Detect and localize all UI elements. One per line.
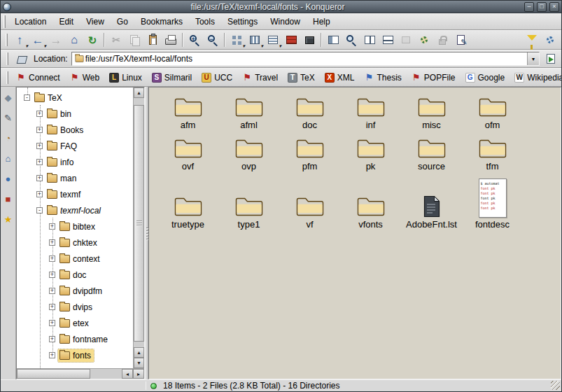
- bookmark-google[interactable]: GGoogle: [461, 71, 510, 84]
- expand-expander[interactable]: +: [36, 143, 43, 149]
- paste-button[interactable]: [143, 31, 162, 49]
- location-input[interactable]: [85, 53, 527, 64]
- up-button[interactable]: ↑▾: [10, 31, 29, 49]
- tree-item-bibtex[interactable]: +bibtex: [17, 218, 133, 234]
- toolbar-handle[interactable]: [6, 34, 8, 46]
- menubar-handle[interactable]: [3, 15, 6, 28]
- tree-item-books[interactable]: +Books: [17, 122, 133, 138]
- scroll-up-button[interactable]: ▴: [134, 88, 144, 98]
- expand-expander[interactable]: +: [49, 352, 55, 358]
- expand-expander[interactable]: +: [49, 288, 55, 294]
- bookmark-tex[interactable]: TTeX: [283, 71, 320, 84]
- tree-item-tex[interactable]: -TeX: [17, 90, 133, 106]
- bookmark-connect[interactable]: ⚑Connect: [11, 71, 65, 84]
- maximize-button[interactable]: □: [537, 2, 547, 12]
- folder-icon-view[interactable]: afm afml doc inf misc ofm ovf ovp pfm pk…: [148, 87, 561, 379]
- expand-expander[interactable]: +: [49, 255, 55, 262]
- expand-expander[interactable]: +: [49, 336, 55, 342]
- forward-button[interactable]: →: [47, 31, 65, 49]
- expand-expander[interactable]: +: [36, 111, 43, 117]
- menu-settings[interactable]: Settings: [221, 15, 264, 29]
- locationbar-handle[interactable]: [6, 52, 8, 65]
- menu-go[interactable]: Go: [111, 15, 134, 29]
- tree-item-fontname[interactable]: +fontname: [17, 331, 133, 347]
- scrollbar-thumb[interactable]: [17, 369, 90, 379]
- sidebar-tab-history[interactable]: ◔: [2, 132, 15, 144]
- cut-button[interactable]: ✂: [107, 31, 125, 49]
- tree-item-etex[interactable]: +etex: [17, 315, 133, 331]
- expand-expander[interactable]: +: [36, 191, 43, 197]
- filter-button[interactable]: [523, 31, 541, 49]
- expand-expander[interactable]: +: [49, 320, 55, 326]
- tree-item-context[interactable]: +context: [17, 251, 133, 267]
- menu-help[interactable]: Help: [307, 15, 337, 29]
- tree-item-dvipdfm[interactable]: +dvipdfm: [17, 283, 133, 299]
- close-button[interactable]: ×: [549, 2, 559, 12]
- titlebar[interactable]: file:/usr/TeX/texmf-local/fonts - Konque…: [1, 1, 561, 13]
- bookmark-linux[interactable]: LLinux: [104, 71, 147, 84]
- split-view-left-right-button[interactable]: [360, 31, 379, 49]
- sidebar-tab-network[interactable]: ●: [2, 172, 15, 185]
- collapse-expander[interactable]: -: [36, 207, 43, 214]
- collapse-expander[interactable]: -: [24, 94, 30, 101]
- tree-item-faq[interactable]: +FAQ: [17, 138, 133, 154]
- scroll-down-button[interactable]: ▾: [134, 358, 144, 368]
- expand-expander[interactable]: +: [36, 175, 43, 181]
- close-view-button[interactable]: [397, 31, 415, 49]
- expand-expander[interactable]: +: [49, 304, 55, 310]
- bookmark-travel[interactable]: ⚑Travel: [237, 71, 283, 84]
- sidebar-tab-tools[interactable]: ◆: [2, 91, 15, 104]
- zoom-out-button[interactable]: −: [204, 31, 222, 49]
- sidebar-tab-home[interactable]: ⌂: [2, 152, 15, 164]
- menu-window[interactable]: Window: [264, 15, 307, 29]
- split-view-top-bottom-button[interactable]: [379, 31, 397, 49]
- file-item-misc[interactable]: misc: [401, 94, 462, 130]
- file-item-adobefnt[interactable]: AdobeFnt.lst: [401, 195, 462, 230]
- sidebar-tab-annotate[interactable]: ✎: [2, 111, 15, 124]
- menu-location[interactable]: Location: [8, 15, 52, 29]
- home-button[interactable]: ⌂: [65, 31, 83, 49]
- file-item-truetype[interactable]: truetype: [157, 194, 218, 230]
- scroll-right-button[interactable]: ▸: [133, 369, 144, 379]
- file-item-ovp[interactable]: ovp: [218, 136, 279, 172]
- find-file-button[interactable]: [342, 31, 360, 49]
- menu-edit[interactable]: Edit: [52, 15, 80, 29]
- file-item-afm[interactable]: afm: [157, 94, 218, 130]
- copy-button[interactable]: [125, 31, 143, 49]
- scrollbar-track[interactable]: [17, 369, 122, 379]
- tree-horizontal-scrollbar[interactable]: ◂ ▸: [17, 368, 144, 379]
- location-dropdown-button[interactable]: ▾: [527, 52, 539, 65]
- file-item-tfm[interactable]: tfm: [462, 136, 523, 172]
- bookmarkbar-handle[interactable]: [6, 71, 8, 84]
- scroll-left-button[interactable]: ◂: [122, 369, 133, 379]
- tree-item-fonts[interactable]: +fonts: [17, 347, 133, 363]
- file-item-doc[interactable]: doc: [279, 94, 340, 130]
- file-item-pk[interactable]: pk: [340, 136, 401, 172]
- menu-bookmarks[interactable]: Bookmarks: [134, 15, 189, 29]
- file-item-pfm[interactable]: pfm: [279, 136, 340, 172]
- file-item-afml[interactable]: afml: [218, 94, 279, 130]
- bookmark-thesis[interactable]: ⚑Thesis: [359, 71, 406, 84]
- menu-tools[interactable]: Tools: [189, 15, 221, 29]
- go-button[interactable]: [543, 50, 559, 68]
- konqueror-app-icon[interactable]: [3, 3, 11, 11]
- bookmark-wikipedia[interactable]: WWikipedia: [510, 71, 561, 84]
- resize-grip[interactable]: [551, 381, 560, 390]
- bookmark-silmaril[interactable]: SSilmaril: [147, 71, 197, 84]
- multicolumn-view-button[interactable]: ▾: [246, 31, 264, 49]
- file-item-ovf[interactable]: ovf: [157, 136, 218, 172]
- tree-vertical-scrollbar[interactable]: ▴ ▴ ▾: [133, 88, 144, 368]
- minimize-button[interactable]: –: [524, 2, 534, 12]
- bookmark-ucc[interactable]: UUCC: [197, 71, 237, 84]
- tree-item-bin[interactable]: +bin: [17, 106, 133, 122]
- tree-item-doc[interactable]: +doc: [17, 267, 133, 283]
- bookmark-xml[interactable]: XXML: [320, 71, 360, 84]
- file-item-source[interactable]: source: [401, 136, 462, 172]
- zoom-in-button[interactable]: +: [185, 31, 204, 49]
- edit-document-button[interactable]: [451, 31, 470, 49]
- expand-expander[interactable]: +: [49, 223, 55, 230]
- file-item-fontdesc[interactable]: $ automat font pk font pk font pk font p…: [462, 178, 523, 230]
- lock-view-button[interactable]: [433, 31, 451, 49]
- clear-location-button[interactable]: [15, 50, 29, 68]
- tree-item-texmf[interactable]: +texmf: [17, 186, 133, 202]
